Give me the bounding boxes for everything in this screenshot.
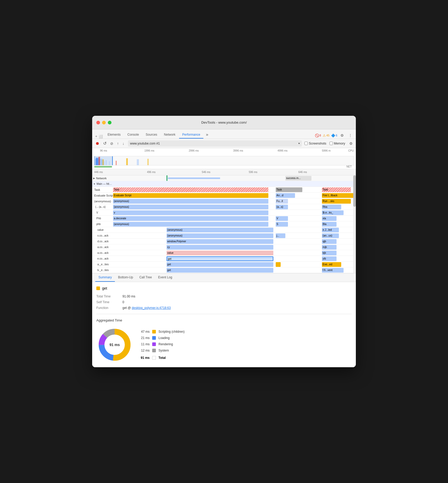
xla-block[interactable]: xla (322, 216, 337, 221)
task-block-3[interactable]: Task (322, 187, 351, 192)
row-v-label: V (92, 211, 113, 214)
tab-bottom-up[interactable]: Bottom-Up (115, 273, 136, 282)
task-row[interactable]: Task Task Task Task (92, 187, 356, 193)
self-time-row: Self Time 0 (96, 300, 352, 304)
fire-callback-block[interactable]: Fire I...llback (322, 193, 353, 198)
mjb-block[interactable]: mjb (322, 245, 337, 250)
row-value[interactable]: value (anonymous) e.J...led (92, 227, 356, 233)
network-row[interactable]: ▶ Network success.m... (92, 175, 356, 181)
tab-summary[interactable]: Summary (95, 273, 115, 282)
indent1-block2[interactable]: (a...s) (276, 205, 288, 209)
window-polymer-block[interactable]: window.Polymer (167, 239, 273, 244)
adecorate-block[interactable]: a.decorate (113, 216, 268, 221)
task-block-2[interactable]: Task (276, 187, 302, 192)
v-block[interactable]: v (113, 210, 268, 215)
memory-checkbox-group[interactable]: Memory (329, 142, 345, 145)
row-indent-1-label: (...(a...s) (92, 205, 113, 208)
warning-count: 45 (326, 134, 329, 137)
row-v[interactable]: V v $i.e...ks_ (92, 210, 356, 216)
row-phb[interactable]: Phb a.decorate V xla (92, 216, 356, 221)
screenshots-checkbox[interactable] (304, 142, 308, 145)
row-ecoack[interactable]: e.co...ack get yib (92, 256, 356, 262)
get-block-selected[interactable]: get (167, 256, 273, 261)
clear-button[interactable]: ⊘ (109, 141, 114, 146)
maximize-button[interactable] (108, 121, 111, 124)
fu-block[interactable]: Fu...ll (276, 199, 288, 204)
more-options-button[interactable]: ⋮ (347, 132, 354, 139)
function-row: Function get @ desktop_polymer.js:4718:6… (96, 306, 352, 310)
cy-block[interactable]: cy (167, 245, 273, 250)
tab-sources[interactable]: Sources (143, 131, 160, 139)
row-xcoack[interactable]: x.co...ack (anonymous) j... (an...us) (92, 233, 356, 239)
collapse-arrow[interactable]: ▼ (93, 183, 96, 185)
S-block[interactable]: S (276, 222, 288, 227)
minimize-button[interactable] (102, 121, 106, 124)
expand-arrow[interactable]: ▶ (93, 177, 95, 180)
flamechart-area[interactable]: ▶ Network success.m... ▼ Main — https://… (92, 175, 356, 273)
tab-network[interactable]: Network (161, 131, 179, 139)
url-selector[interactable]: www.youtube.com #1 ▾ (128, 140, 302, 147)
record-button[interactable]: ⏺ (94, 141, 101, 146)
row-acoack2-label: a.co...ack (92, 251, 113, 254)
screenshots-checkbox-group[interactable]: Screenshots (304, 142, 326, 145)
reload-button[interactable]: ↺ (102, 140, 108, 146)
download-button[interactable]: ↓ (121, 141, 125, 146)
svg-rect-14 (106, 160, 107, 165)
total-time-label: Total Time (96, 295, 122, 298)
summary-title: get (96, 286, 352, 290)
tab-performance[interactable]: Performance (179, 131, 203, 139)
upload-button[interactable]: ↑ (116, 141, 120, 146)
rka-block[interactable]: Rka (322, 205, 341, 209)
tab-console[interactable]: Console (124, 131, 142, 139)
task-block-1[interactable]: Task (113, 187, 268, 192)
anus-block[interactable]: (an...us) (322, 233, 339, 238)
eval-script-block[interactable]: Evaluate Script (113, 193, 268, 198)
bla-block[interactable]: Bla (322, 222, 337, 227)
time-tick-496: 496 ms (147, 171, 156, 174)
aeties-get-block[interactable]: get (167, 262, 273, 267)
self-time-value: 0 (122, 300, 124, 304)
ffivent-block[interactable]: f.fi...vent (322, 268, 344, 273)
net-label: NET (346, 165, 352, 168)
sie-block[interactable]: $i.e...ks_ (322, 210, 344, 215)
tab-elements[interactable]: Elements (104, 131, 124, 139)
kjb-block[interactable]: kjb (322, 251, 337, 255)
anon-block[interactable]: (anonymous) (113, 199, 268, 204)
close-button[interactable] (96, 121, 100, 124)
and-block[interactable]: An...d (276, 193, 295, 198)
row-dcoack[interactable]: d.co...ack window.Polymer qjb (92, 239, 356, 244)
memory-checkbox[interactable] (329, 142, 333, 145)
row-indent-1[interactable]: (...(a...s) (anonymous) (a...s) Rka (92, 204, 356, 210)
row-beties[interactable]: b._e...ties get f.fi...vent (92, 267, 356, 273)
ejled-block[interactable]: e.J...led (322, 228, 339, 232)
row-acoack2[interactable]: a.co...ack value kjb (92, 250, 356, 256)
function-link[interactable]: desktop_polymer.js:4718:63 (132, 306, 171, 310)
qjb-block[interactable]: qjb (322, 239, 337, 244)
function-text: get @ desktop_polymer.js:4718:63 (122, 306, 171, 310)
success-block[interactable]: success.m... (285, 176, 311, 181)
value-block2[interactable]: value (167, 251, 273, 255)
tab-call-tree[interactable]: Call Tree (136, 273, 155, 282)
settings-button[interactable]: ⚙ (339, 132, 345, 139)
more-tabs-button[interactable]: » (204, 131, 210, 139)
xcoack-anon-block[interactable]: (anonymous) (167, 233, 273, 238)
value-anon-block[interactable]: (anonymous) (167, 228, 273, 232)
indent1-block1[interactable]: (anonymous) (113, 205, 268, 209)
flamechart-scrollbar-track[interactable] (353, 175, 356, 273)
evaluate-script-row[interactable]: Evaluate Script Evaluate Script An...d F… (92, 193, 356, 198)
row-aeties[interactable]: a._e...ties get Eve...ed (92, 262, 356, 267)
yib-block[interactable]: yib (322, 256, 337, 261)
timeline-overview[interactable]: 96 ms 1996 ms 2996 ms 3996 ms 4996 ms 59… (92, 148, 356, 169)
flamechart-scrollbar-thumb[interactable] (353, 175, 356, 207)
V2-block[interactable]: V (276, 216, 288, 221)
anonymous-row[interactable]: (anonymous) (anonymous) Fu...ll Run ...s… (92, 198, 356, 204)
row-phb2[interactable]: phb (anonymous) S Bla (92, 221, 356, 227)
run-tasks-block[interactable]: Run ...sks (322, 199, 351, 204)
row-acoack1[interactable]: a.co...ack cy mjb (92, 244, 356, 250)
beties-get-block[interactable]: get (167, 268, 273, 273)
capture-settings-button[interactable]: ⚙ (348, 141, 354, 146)
j-block[interactable]: j... (276, 233, 285, 238)
phb-anon-block[interactable]: (anonymous) (113, 222, 268, 227)
tab-event-log[interactable]: Event Log (155, 273, 175, 282)
eveed-block[interactable]: Eve...ed (322, 262, 341, 267)
